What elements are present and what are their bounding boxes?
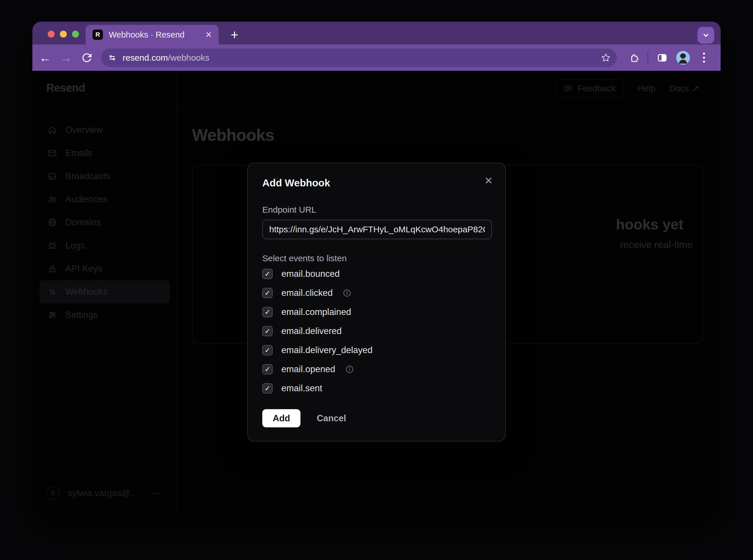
extensions-puzzle-icon [628, 52, 639, 63]
event-label: email.delivery_delayed [282, 345, 372, 355]
events-list: ✓ email.bounced ✓ email.clicked ✓ email.… [262, 264, 492, 398]
url-domain: resend.com [122, 53, 168, 62]
checkbox-email-complained[interactable]: ✓ [262, 307, 273, 317]
checkbox-email-bounced[interactable]: ✓ [262, 269, 273, 279]
browser-window: R Webhooks · Resend × + ← → [32, 22, 721, 516]
check-icon: ✓ [265, 366, 270, 373]
side-panel-button[interactable] [652, 52, 673, 63]
tab-title: Webhooks · Resend [109, 30, 200, 40]
event-row-clicked: ✓ email.clicked [262, 283, 492, 302]
bookmark-star-icon[interactable] [601, 53, 611, 63]
url-text: resend.com/webhooks [122, 53, 601, 63]
modal-actions: Add Cancel [262, 409, 346, 427]
checkbox-email-clicked[interactable]: ✓ [262, 288, 273, 298]
new-tab-button[interactable]: + [226, 26, 244, 44]
add-button[interactable]: Add [262, 409, 301, 427]
event-label: email.opened [282, 364, 335, 375]
checkbox-email-opened[interactable]: ✓ [262, 364, 273, 375]
check-icon: ✓ [265, 308, 270, 316]
minimize-window-button[interactable] [60, 31, 67, 38]
modal-title: Add Webhook [262, 177, 330, 189]
event-label: email.delivered [282, 326, 342, 336]
info-icon[interactable] [345, 365, 354, 374]
check-icon: ✓ [265, 328, 270, 335]
close-window-button[interactable] [48, 31, 55, 38]
forward-button[interactable]: → [56, 52, 76, 64]
endpoint-url-label: Endpoint URL [262, 205, 316, 215]
event-row-sent: ✓ email.sent [262, 379, 492, 398]
desktop-background: R Webhooks · Resend × + ← → [0, 0, 753, 560]
info-icon[interactable] [342, 288, 352, 298]
page-content: Resend Overview Emails Broadcasts [32, 71, 721, 516]
side-panel-icon [657, 52, 668, 63]
event-row-delivery-delayed: ✓ email.delivery_delayed [262, 341, 492, 360]
check-icon: ✓ [265, 271, 270, 277]
check-icon: ✓ [265, 385, 270, 392]
site-info-icon[interactable] [107, 53, 117, 63]
reload-icon [81, 52, 92, 63]
profile-avatar-button[interactable] [673, 51, 693, 65]
back-button[interactable]: ← [35, 52, 56, 64]
url-bar[interactable]: resend.com/webhooks [101, 48, 617, 67]
select-events-label: Select events to listen [262, 254, 347, 263]
tab-search-button[interactable] [697, 27, 714, 44]
reload-button[interactable] [76, 52, 97, 63]
event-label: email.sent [282, 383, 322, 394]
check-icon: ✓ [265, 289, 270, 297]
maximize-window-button[interactable] [72, 31, 79, 38]
event-label: email.clicked [282, 288, 332, 298]
checkbox-email-delivery-delayed[interactable]: ✓ [262, 345, 273, 355]
event-row-complained: ✓ email.complained [262, 302, 492, 322]
checkbox-email-sent[interactable]: ✓ [262, 383, 273, 394]
browser-tab-webhooks[interactable]: R Webhooks · Resend × [85, 25, 219, 44]
browser-menu-button[interactable] [693, 53, 714, 63]
profile-avatar [676, 51, 690, 65]
event-row-opened: ✓ email.opened [262, 360, 492, 379]
cancel-button[interactable]: Cancel [317, 413, 346, 424]
kebab-menu-icon [703, 53, 705, 63]
event-label: email.bounced [282, 269, 340, 279]
event-row-delivered: ✓ email.delivered [262, 322, 492, 341]
extensions-button[interactable] [623, 52, 644, 63]
event-label: email.complained [282, 307, 351, 317]
toolbar-separator [648, 51, 648, 64]
tab-strip: R Webhooks · Resend × + [32, 22, 721, 44]
endpoint-url-input[interactable] [262, 220, 492, 239]
chevron-down-icon [701, 31, 711, 40]
url-path: /webhooks [168, 53, 209, 62]
tab-close-icon[interactable]: × [206, 29, 212, 40]
browser-toolbar: ← → resend.com/webhooks [32, 44, 721, 71]
resend-favicon-icon: R [93, 29, 103, 40]
check-icon: ✓ [265, 347, 270, 354]
add-webhook-modal: Add Webhook × Endpoint URL Select events… [247, 163, 506, 442]
modal-close-icon[interactable]: × [485, 174, 493, 187]
event-row-bounced: ✓ email.bounced [262, 264, 492, 283]
checkbox-email-delivered[interactable]: ✓ [262, 326, 273, 336]
